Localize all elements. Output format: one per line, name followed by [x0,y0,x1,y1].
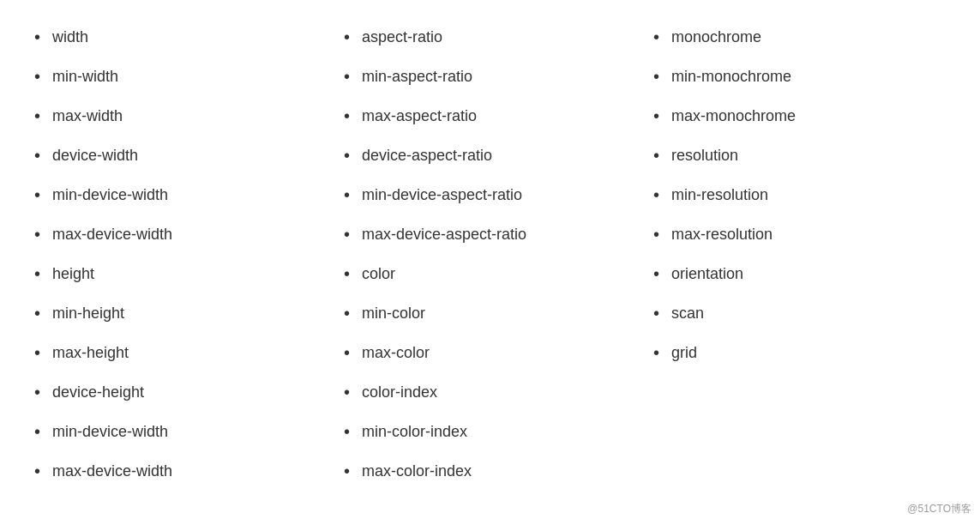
list-item: max-device-width [34,214,327,254]
list-item: aspect-ratio [344,17,636,57]
list-item: width [34,17,327,57]
list-item: min-device-width [34,412,327,451]
list-item: max-device-width [34,451,327,491]
list-item: grid [653,333,946,372]
watermark: @51CTO博客 [907,502,971,516]
list-1: widthmin-widthmax-widthdevice-widthmin-d… [34,17,327,491]
list-item: min-aspect-ratio [344,57,636,96]
list-item: height [34,254,327,293]
list-2: aspect-ratiomin-aspect-ratiomax-aspect-r… [344,17,636,491]
list-item: orientation [653,254,946,293]
list-item: scan [653,293,946,333]
list-item: resolution [653,136,946,175]
list-item: min-color-index [344,412,636,451]
list-item: device-aspect-ratio [344,136,636,175]
list-item: min-height [34,293,327,333]
list-item: color-index [344,372,636,412]
column-1: widthmin-widthmax-widthdevice-widthmin-d… [26,17,335,491]
list-item: min-device-width [34,175,327,214]
column-3: monochromemin-monochromemax-monochromere… [645,17,954,491]
list-item: device-height [34,372,327,412]
list-3: monochromemin-monochromemax-monochromere… [653,17,946,372]
list-item: max-width [34,96,327,136]
list-item: max-color [344,333,636,372]
list-item: min-monochrome [653,57,946,96]
list-item: max-color-index [344,451,636,491]
list-item: max-height [34,333,327,372]
list-item: min-color [344,293,636,333]
list-item: max-resolution [653,214,946,254]
main-content: widthmin-widthmax-widthdevice-widthmin-d… [26,17,954,491]
list-item: max-aspect-ratio [344,96,636,136]
list-item: min-resolution [653,175,946,214]
list-item: min-width [34,57,327,96]
list-item: min-device-aspect-ratio [344,175,636,214]
list-item: device-width [34,136,327,175]
list-item: max-device-aspect-ratio [344,214,636,254]
list-item: max-monochrome [653,96,946,136]
list-item: color [344,254,636,293]
column-2: aspect-ratiomin-aspect-ratiomax-aspect-r… [335,17,645,491]
list-item: monochrome [653,17,946,57]
